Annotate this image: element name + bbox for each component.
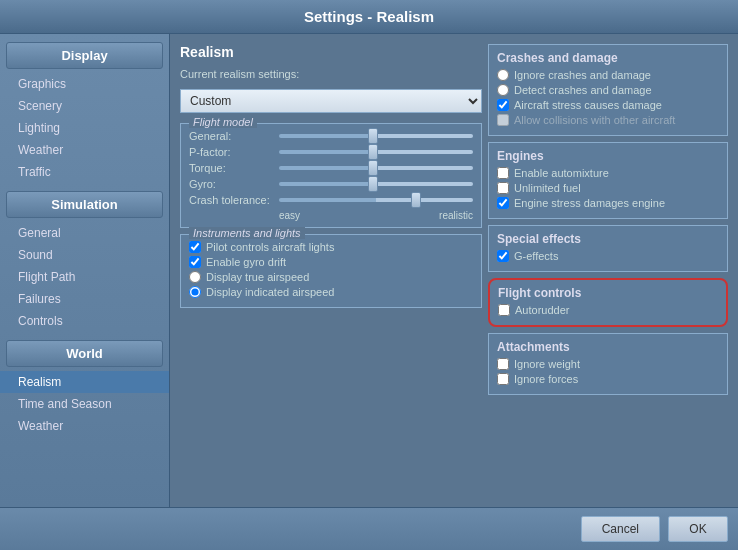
ignore-weight-row: Ignore weight: [497, 358, 719, 370]
flight-controls-group: Flight controls Autorudder: [488, 278, 728, 327]
detect-crashes-radio[interactable]: [497, 84, 509, 96]
display-indicated-airspeed-radio[interactable]: [189, 286, 201, 298]
detect-crashes-label: Detect crashes and damage: [514, 84, 652, 96]
cancel-button[interactable]: Cancel: [581, 516, 660, 542]
pfactor-slider-container: [279, 150, 473, 154]
gyro-slider[interactable]: [279, 182, 473, 186]
g-effects-checkbox[interactable]: [497, 250, 509, 262]
enable-gyro-drift-row: Enable gyro drift: [189, 256, 473, 268]
pfactor-label: P-factor:: [189, 146, 279, 158]
sidebar-item-failures[interactable]: Failures: [0, 288, 169, 310]
unlimited-fuel-label: Unlimited fuel: [514, 182, 581, 194]
flight-model-row-gyro: Gyro:: [189, 178, 473, 190]
aircraft-stress-checkbox[interactable]: [497, 99, 509, 111]
crash-tolerance-label: Crash tolerance:: [189, 194, 279, 206]
ignore-forces-row: Ignore forces: [497, 373, 719, 385]
display-true-airspeed-label: Display true airspeed: [206, 271, 309, 283]
allow-collisions-checkbox[interactable]: [497, 114, 509, 126]
aircraft-stress-label: Aircraft stress causes damage: [514, 99, 662, 111]
g-effects-row: G-effects: [497, 250, 719, 262]
sidebar-item-realism[interactable]: Realism: [0, 371, 169, 393]
main-content: Display Graphics Scenery Lighting Weathe…: [0, 34, 738, 507]
attachments-title: Attachments: [497, 340, 719, 354]
settings-window: Settings - Realism Display Graphics Scen…: [0, 0, 738, 550]
sidebar-item-lighting[interactable]: Lighting: [0, 117, 169, 139]
flight-model-row-pfactor: P-factor:: [189, 146, 473, 158]
engines-group: Engines Enable automixture Unlimited fue…: [488, 142, 728, 219]
pilot-controls-lights-checkbox[interactable]: [189, 241, 201, 253]
sidebar-item-scenery[interactable]: Scenery: [0, 95, 169, 117]
allow-collisions-label: Allow collisions with other aircraft: [514, 114, 675, 126]
automixture-label: Enable automixture: [514, 167, 609, 179]
attachments-group: Attachments Ignore weight Ignore forces: [488, 333, 728, 395]
window-title: Settings - Realism: [304, 8, 434, 25]
ignore-forces-checkbox[interactable]: [497, 373, 509, 385]
torque-slider[interactable]: [279, 166, 473, 170]
instruments-group: Instruments and lights Pilot controls ai…: [180, 234, 482, 308]
crash-tolerance-slider-container: [279, 198, 473, 202]
display-true-airspeed-radio[interactable]: [189, 271, 201, 283]
automixture-row: Enable automixture: [497, 167, 719, 179]
special-effects-group: Special effects G-effects: [488, 225, 728, 272]
footer: Cancel OK: [0, 507, 738, 550]
sidebar-item-flight-path[interactable]: Flight Path: [0, 266, 169, 288]
enable-gyro-drift-checkbox[interactable]: [189, 256, 201, 268]
preset-select[interactable]: Custom: [180, 89, 482, 113]
sidebar-section-simulation[interactable]: Simulation: [6, 191, 163, 218]
sidebar-item-weather[interactable]: Weather: [0, 139, 169, 161]
sidebar-section-world[interactable]: World: [6, 340, 163, 367]
gyro-label: Gyro:: [189, 178, 279, 190]
ignore-weight-label: Ignore weight: [514, 358, 580, 370]
ignore-crashes-row: Ignore crashes and damage: [497, 69, 719, 81]
sidebar-item-controls[interactable]: Controls: [0, 310, 169, 332]
sidebar-item-general[interactable]: General: [0, 222, 169, 244]
enable-gyro-drift-label: Enable gyro drift: [206, 256, 286, 268]
ignore-crashes-label: Ignore crashes and damage: [514, 69, 651, 81]
sidebar-section-display[interactable]: Display: [6, 42, 163, 69]
flight-controls-title: Flight controls: [498, 286, 718, 300]
flight-model-row-crash-tolerance: Crash tolerance:: [189, 194, 473, 206]
title-bar: Settings - Realism: [0, 0, 738, 34]
flight-model-title: Flight model: [189, 116, 257, 128]
autorudder-checkbox[interactable]: [498, 304, 510, 316]
crashes-group: Crashes and damage Ignore crashes and da…: [488, 44, 728, 136]
current-settings-label: Current realism settings:: [180, 68, 482, 80]
gyro-slider-container: [279, 182, 473, 186]
ignore-forces-label: Ignore forces: [514, 373, 578, 385]
detect-crashes-row: Detect crashes and damage: [497, 84, 719, 96]
ignore-crashes-radio[interactable]: [497, 69, 509, 81]
automixture-checkbox[interactable]: [497, 167, 509, 179]
sidebar-item-time-season[interactable]: Time and Season: [0, 393, 169, 415]
sidebar-item-graphics[interactable]: Graphics: [0, 73, 169, 95]
realism-panel: Realism Current realism settings: Custom…: [180, 44, 482, 497]
general-slider[interactable]: [279, 134, 473, 138]
torque-slider-container: [279, 166, 473, 170]
engine-stress-checkbox[interactable]: [497, 197, 509, 209]
display-true-airspeed-row: Display true airspeed: [189, 271, 473, 283]
easy-realistic-labels: easy realistic: [189, 210, 473, 221]
ok-button[interactable]: OK: [668, 516, 728, 542]
sidebar-item-weather-world[interactable]: Weather: [0, 415, 169, 437]
instruments-title: Instruments and lights: [189, 227, 305, 239]
realism-title: Realism: [180, 44, 482, 60]
crashes-title: Crashes and damage: [497, 51, 719, 65]
torque-label: Torque:: [189, 162, 279, 174]
pilot-controls-lights-row: Pilot controls aircraft lights: [189, 241, 473, 253]
panel-area: Realism Current realism settings: Custom…: [170, 34, 738, 507]
sidebar-item-sound[interactable]: Sound: [0, 244, 169, 266]
crash-tolerance-slider[interactable]: [279, 198, 473, 202]
display-indicated-airspeed-row: Display indicated airspeed: [189, 286, 473, 298]
autorudder-label: Autorudder: [515, 304, 569, 316]
easy-label: easy: [279, 210, 300, 221]
pfactor-slider[interactable]: [279, 150, 473, 154]
general-label: General:: [189, 130, 279, 142]
realistic-label: realistic: [439, 210, 473, 221]
pilot-controls-lights-label: Pilot controls aircraft lights: [206, 241, 334, 253]
unlimited-fuel-row: Unlimited fuel: [497, 182, 719, 194]
flight-model-group: Flight model General: P-factor:: [180, 123, 482, 228]
display-indicated-airspeed-label: Display indicated airspeed: [206, 286, 334, 298]
sidebar-item-traffic[interactable]: Traffic: [0, 161, 169, 183]
ignore-weight-checkbox[interactable]: [497, 358, 509, 370]
sidebar: Display Graphics Scenery Lighting Weathe…: [0, 34, 170, 507]
unlimited-fuel-checkbox[interactable]: [497, 182, 509, 194]
